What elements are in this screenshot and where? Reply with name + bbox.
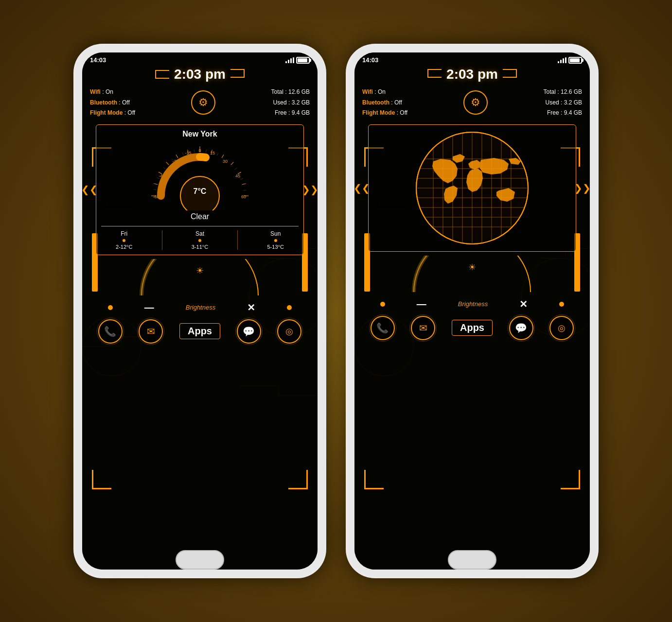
settings-button-left[interactable]: ⚙	[191, 90, 215, 115]
brightness-minus-left[interactable]: —	[144, 302, 154, 313]
brightness-plus-right[interactable]: ✕	[519, 298, 528, 310]
brightness-controls-left: — Brightness ✕	[92, 302, 308, 313]
svg-line-20	[194, 149, 195, 152]
forecast-dot-sun	[274, 239, 277, 242]
phone-icon-btn-left[interactable]: 📞	[98, 319, 123, 344]
brightness-plus-left[interactable]: ✕	[247, 302, 255, 313]
total-label-right: Total	[544, 88, 556, 95]
svg-line-10	[222, 155, 224, 158]
info-left-panel: Wifi : On Bluetooth : Off Flight Mode : …	[90, 87, 135, 119]
info-right-panel-right: Total : 12.6 GB Used : 3.2 GB Free : 9.4…	[544, 87, 582, 119]
flight-info: Flight Mode : Off	[90, 108, 135, 119]
total-value-right: : 12.6 GB	[557, 88, 582, 95]
time-display-right: 2:03 pm	[354, 66, 590, 83]
temp-gauge-left: -60 -45 -30 -15 0 15 30 45 60	[151, 142, 248, 210]
chrome-icon-btn-left[interactable]: ◎	[277, 319, 301, 344]
forecast-sun: Sun 5-13°C	[267, 230, 283, 250]
message-icon-left: 💬	[243, 326, 255, 337]
forecast-dot-fri	[123, 239, 125, 242]
phone-icon-btn-right[interactable]: 📞	[371, 316, 395, 340]
bluetooth-value: : Off	[119, 99, 129, 106]
used-info-right: Used : 3.2 GB	[544, 98, 582, 108]
svg-text:15: 15	[210, 151, 215, 156]
svg-line-11	[231, 162, 234, 165]
bluetooth-info: Bluetooth : Off	[90, 98, 135, 108]
message-icon-btn-left[interactable]: 💬	[237, 319, 261, 344]
bottom-dock-right: 📞 ✉ Apps 💬 ◎	[354, 312, 590, 344]
brightness-controls-right: — Brightness ✕	[364, 298, 580, 310]
wifi-label-right: Wifi	[362, 88, 373, 95]
brightness-minus-right[interactable]: —	[417, 298, 426, 310]
used-info: Used : 3.2 GB	[271, 98, 310, 108]
next-arrow-left[interactable]: ❯❯	[302, 184, 318, 195]
chrome-icon-right: ◎	[558, 323, 566, 333]
status-time-left: 14:03	[90, 56, 106, 64]
time-deco-right-right-icon	[503, 69, 517, 78]
apps-button-left[interactable]: Apps	[179, 323, 220, 339]
forecast-row-left: Fri 2-12°C Sat 3-11°C	[101, 226, 299, 250]
home-button-right[interactable]	[448, 550, 496, 570]
svg-line-25	[240, 178, 243, 179]
used-value: : 3.2 GB	[288, 99, 310, 106]
free-label-right: Free	[547, 109, 559, 116]
time-deco-left-right-icon	[427, 69, 442, 78]
used-label: Used	[273, 99, 287, 106]
phone-icon-right: 📞	[376, 322, 389, 334]
chrome-icon-btn-right[interactable]: ◎	[549, 316, 574, 340]
brightness-arc-svg-right: ☀	[399, 256, 545, 294]
forecast-dot-sat	[198, 239, 201, 242]
brightness-dot-right-right	[559, 302, 564, 307]
corner-br-left	[288, 470, 308, 489]
svg-text:0: 0	[198, 148, 201, 153]
email-icon-btn-right[interactable]: ✉	[411, 316, 435, 340]
svg-line-13	[242, 183, 246, 184]
forecast-sep-1	[162, 230, 162, 250]
globe-svg-right	[414, 130, 531, 246]
phones-container: 14:03	[73, 44, 599, 578]
signal-icon-right	[558, 57, 566, 63]
prev-arrow-left[interactable]: ❮❮	[82, 184, 98, 195]
chrome-icon-left: ◎	[285, 326, 293, 337]
wifi-info-right: Wifi : On	[362, 87, 407, 98]
svg-text:7°C: 7°C	[194, 187, 207, 195]
battery-icon-right	[568, 57, 582, 64]
next-arrow-right[interactable]: ❯❯	[574, 182, 590, 194]
email-icon-btn-left[interactable]: ✉	[139, 319, 163, 344]
svg-text:☀: ☀	[196, 266, 204, 276]
svg-line-17	[163, 167, 165, 169]
message-icon-btn-right[interactable]: 💬	[509, 316, 533, 340]
time-display-left: 2:03 pm	[82, 66, 318, 83]
corner-br-right	[561, 470, 580, 489]
time-deco-left-icon	[155, 69, 169, 79]
gear-icon-left: ⚙	[198, 96, 208, 109]
svg-line-6	[176, 155, 178, 158]
weather-section-left: New York	[96, 124, 304, 255]
apps-label-right: Apps	[460, 322, 484, 333]
free-value: : 9.4 GB	[288, 109, 310, 116]
settings-button-right[interactable]: ⚙	[463, 90, 488, 115]
wifi-label: Wifi	[90, 88, 101, 95]
total-value: : 12.6 GB	[285, 88, 310, 95]
flight-label: Flight Mode	[90, 109, 123, 116]
status-time-right: 14:03	[362, 56, 378, 64]
email-icon-left: ✉	[147, 326, 155, 337]
used-label-right: Used	[546, 99, 559, 106]
bluetooth-label-right: Bluetooth	[362, 99, 389, 106]
svg-line-21	[206, 150, 207, 153]
free-label: Free	[275, 109, 287, 116]
prev-arrow-right[interactable]: ❮❮	[354, 182, 370, 194]
status-icons-left	[285, 57, 310, 64]
brightness-dot-left-right	[380, 302, 385, 307]
forecast-sat: Sat 3-11°C	[192, 230, 208, 250]
total-info: Total : 12.6 GB	[271, 87, 310, 98]
flight-info-right: Flight Mode : Off	[362, 108, 407, 119]
free-value-right: : 9.4 GB	[561, 109, 582, 116]
home-button-left[interactable]	[176, 550, 224, 570]
brightness-label-left: Brightness	[186, 304, 215, 311]
battery-icon-left	[296, 57, 310, 64]
svg-text:30: 30	[223, 159, 228, 164]
flight-value-right: : Off	[397, 109, 407, 116]
time-decorators-right: 2:03 pm	[354, 67, 590, 82]
apps-button-right[interactable]: Apps	[452, 320, 493, 336]
bluetooth-info-right: Bluetooth : Off	[362, 98, 407, 108]
